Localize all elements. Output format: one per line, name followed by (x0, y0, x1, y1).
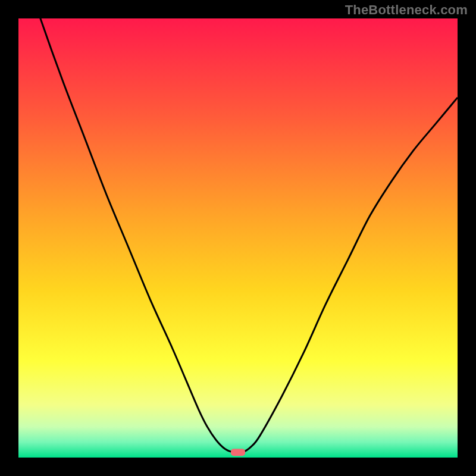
watermark-text: TheBottleneck.com (345, 2, 468, 18)
gradient-background (18, 18, 458, 458)
chart-svg (18, 18, 458, 458)
optimal-point-marker (231, 449, 245, 456)
plot-area (18, 18, 458, 458)
chart-frame: TheBottleneck.com (0, 0, 476, 476)
